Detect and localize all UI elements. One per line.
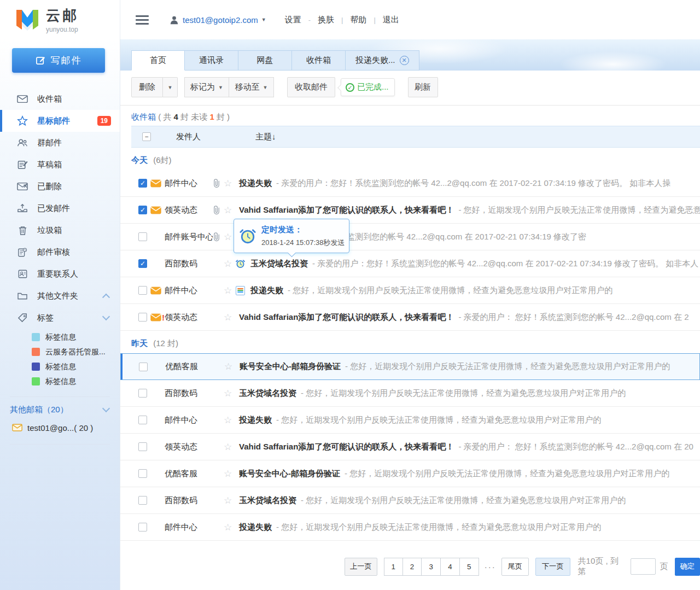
sidebar-item-deleted[interactable]: 已删除 — [0, 176, 120, 197]
row-checkbox[interactable]: ✓ — [138, 259, 147, 268]
subject-text: Vahid Saffarian添加了您可能认识的联系人，快来看看吧！ — [239, 312, 454, 323]
tab-inbox[interactable]: 收件箱 — [292, 50, 346, 71]
chevron-down-icon[interactable] — [102, 313, 110, 320]
mail-row[interactable]: 西部数码 ☆ 玉米贷域名投资 - 您好，近期发现个别用户反映无法正常使用微博，经… — [120, 487, 700, 514]
sidebar-item-trash[interactable]: 垃圾箱 — [0, 219, 120, 241]
fetch-mail-button[interactable]: 收取邮件 — [287, 77, 335, 97]
star-icon[interactable]: ☆ — [224, 312, 236, 323]
delete-dropdown-button[interactable]: ▼ — [163, 77, 178, 97]
subject-text: 玉米贷域名投资 — [250, 259, 308, 269]
compose-button[interactable]: 写邮件 — [12, 48, 105, 73]
user-menu[interactable]: test01@gotoip2.com ▼ — [170, 15, 266, 25]
sidebar-item-sent[interactable]: 已发邮件 — [0, 197, 120, 219]
page-button-2[interactable]: 2 — [403, 558, 422, 576]
star-icon[interactable]: ☆ — [224, 388, 236, 399]
mail-row[interactable]: 邮件中心 ☆ 投递失败 - 您好，近期发现个别用户反映无法正常使用微博，经查为避… — [120, 407, 700, 434]
mail-row[interactable]: ✓ 邮件中心 ☆ 投递失败 - 亲爱的用户：您好！系统监测到您的帐号 42...… — [120, 170, 700, 197]
tag-item[interactable]: 标签信息 — [0, 374, 120, 389]
row-checkbox[interactable] — [138, 469, 147, 478]
star-icon[interactable]: ☆ — [224, 205, 236, 216]
last-page-button[interactable]: 尾页 — [501, 558, 529, 576]
refresh-button[interactable]: 刷新 — [408, 77, 438, 97]
page-button-5[interactable]: 5 — [460, 558, 479, 576]
row-checkbox[interactable]: ✓ — [138, 179, 147, 188]
mark-as-button[interactable]: 标记为▼ — [184, 77, 229, 97]
sidebar-item-audit[interactable]: 邮件审核 — [0, 241, 120, 263]
column-subject-sort[interactable]: 主题↓ — [255, 132, 276, 142]
star-icon[interactable]: ☆ — [224, 441, 236, 453]
row-checkbox[interactable] — [139, 363, 148, 371]
star-icon[interactable]: ☆ — [224, 414, 236, 426]
sidebar-item-tags[interactable]: 标签 — [0, 307, 120, 329]
row-checkbox[interactable] — [138, 389, 147, 398]
folder-name[interactable]: 收件箱 — [131, 112, 156, 121]
snippet-text: - 您好，近期发现个别用户反映无法正常使用微博，经查为避免恶意垃圾用户对正常用户… — [345, 469, 669, 479]
tab-label: 投递失败... — [355, 55, 395, 66]
delete-button[interactable]: 删除 — [131, 77, 163, 97]
page-button-3[interactable]: 3 — [422, 558, 441, 576]
tag-color-swatch — [32, 348, 40, 356]
tab-contacts[interactable]: 通讯录 — [185, 50, 238, 71]
tag-item[interactable]: 标签信息 — [0, 330, 120, 344]
unread-envelope-icon — [150, 313, 161, 322]
next-page-button[interactable]: 下一页 — [535, 558, 570, 576]
chevron-down-icon[interactable] — [102, 405, 110, 412]
skin-link[interactable]: 换肤 — [316, 15, 336, 25]
settings-link[interactable]: 设置 — [283, 15, 304, 25]
sidebar-item-contacts[interactable]: 重要联系人 — [0, 263, 120, 285]
goto-page-input[interactable] — [631, 558, 656, 575]
mail-row[interactable]: ✓ 西部数码 ☆ 玉米贷域名投资 - 亲爱的用户：您好！系统监测到您的帐号 42… — [120, 250, 700, 277]
page-button-4[interactable]: 4 — [441, 558, 460, 576]
row-checkbox[interactable] — [138, 416, 147, 424]
mail-row[interactable]: 西部数码 ☆ 玉米贷域名投资 - 您好，近期发现个别用户反映无法正常使用微博，经… — [120, 380, 700, 407]
chevron-up-icon[interactable] — [102, 294, 110, 301]
tag-item[interactable]: 云服务器托管服... — [0, 344, 120, 359]
sidebar-item-inbox[interactable]: 收件箱 — [0, 88, 120, 110]
row-checkbox[interactable] — [138, 496, 147, 505]
star-icon[interactable]: ☆ — [224, 361, 236, 372]
mail-row[interactable]: 邮件账号中心 ☆ 证 - 亲爱的用户：您好！系统监测到您的帐号 42...2@q… — [120, 224, 700, 250]
mail-row[interactable]: 邮件中心 ☆ 投递失败 - 您好，近期发现个别用户反映无法正常使用微博，经查为避… — [120, 277, 700, 304]
star-icon[interactable]: ☆ — [224, 522, 236, 533]
tab-delivery-failed[interactable]: 投递失败... ✕ — [346, 50, 419, 71]
column-sender[interactable]: 发件人 — [176, 132, 201, 142]
sidebar-item-starred[interactable]: 星标邮件 19 — [0, 110, 120, 132]
star-icon[interactable]: ☆ — [224, 495, 236, 506]
mail-row[interactable]: 优酷客服 ☆ 账号安全中心-邮箱身份验证 - 您好，近期发现个别用户反映无法正常… — [120, 460, 700, 487]
star-icon[interactable]: ☆ — [224, 178, 236, 189]
mail-row[interactable]: ! 领英动态 ☆ Vahid Saffarian添加了您可能认识的联系人，快来看… — [120, 304, 700, 331]
row-checkbox[interactable] — [138, 313, 147, 322]
help-link[interactable]: 帮助 — [348, 15, 369, 25]
subject-text: 投递失败 — [239, 415, 272, 425]
star-icon[interactable]: ☆ — [224, 285, 236, 296]
sidebar-item-drafts[interactable]: 草稿箱 — [0, 154, 120, 176]
mail-row[interactable]: 邮件中心 ☆ 投递失败 - 您好，近期发现个别用户反映无法正常使用微博，经查为避… — [120, 514, 700, 541]
star-icon[interactable]: ☆ — [224, 468, 236, 480]
sender-label: 西部数码 — [165, 259, 213, 269]
star-icon[interactable]: ☆ — [224, 258, 236, 270]
external-account[interactable]: test01@go...( 20 ) — [0, 419, 120, 436]
sidebar-item-group-mail[interactable]: 群邮件 — [0, 132, 120, 154]
tab-netdisk[interactable]: 网盘 — [238, 50, 292, 71]
tab-home[interactable]: 首页 — [131, 50, 185, 71]
mail-row[interactable]: ✓ 领英动态 ☆ Vahid Saffarian添加了您可能认识的联系人，快来看… — [120, 197, 700, 224]
goto-confirm-button[interactable]: 确定 — [675, 558, 700, 576]
tag-item[interactable]: 标签信息 — [0, 359, 120, 374]
tab-close-icon[interactable]: ✕ — [400, 56, 409, 65]
logout-link[interactable]: 退出 — [381, 15, 401, 25]
page-button-1[interactable]: 1 — [384, 558, 403, 576]
row-checkbox[interactable] — [138, 442, 147, 451]
other-mailbox-label: 其他邮箱（20） — [10, 405, 68, 415]
row-checkbox[interactable]: ✓ — [138, 206, 147, 214]
mail-row[interactable]: 优酷客服 ☆ 账号安全中心-邮箱身份验证 - 您好，近期发现个别用户反映无法正常… — [120, 353, 700, 380]
other-mailbox-toggle[interactable]: 其他邮箱（20） — [0, 400, 120, 419]
mail-row[interactable]: 领英动态 ☆ Vahid Saffarian添加了您可能认识的联系人，快来看看吧… — [120, 434, 700, 460]
select-all-checkbox[interactable]: − — [142, 132, 151, 141]
row-checkbox[interactable] — [138, 286, 147, 295]
move-to-button[interactable]: 移动至▼ — [229, 77, 274, 97]
row-checkbox[interactable] — [138, 523, 147, 531]
prev-page-button[interactable]: 上一页 — [345, 558, 377, 576]
menu-hamburger-icon[interactable] — [136, 13, 149, 27]
row-checkbox[interactable] — [138, 232, 147, 241]
sidebar-item-other-folders[interactable]: 其他文件夹 — [0, 285, 120, 307]
